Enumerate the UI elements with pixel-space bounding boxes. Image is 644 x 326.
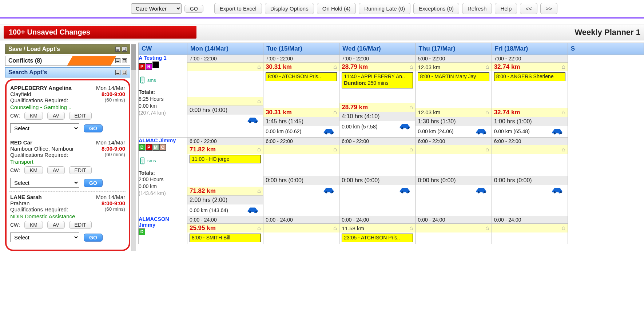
- home-icon: ⌂: [257, 187, 261, 195]
- assign-go-button[interactable]: GO: [84, 179, 103, 187]
- av-button[interactable]: AV: [47, 166, 65, 174]
- day-cell: 7:00 - 22:00⌂⌂0:00 hrs (0:00): [187, 55, 263, 138]
- km-button[interactable]: KM: [24, 166, 43, 174]
- edit-button[interactable]: EDIT: [69, 166, 92, 174]
- appointment-block[interactable]: 11:00 - HO jorge: [190, 155, 261, 164]
- car-icon: [398, 122, 413, 131]
- appointment-card: APPLEBERRY AngelinaMon 14/MarClayfield8:…: [9, 83, 126, 137]
- svg-rect-1: [141, 78, 144, 81]
- km-row-2: 32.74 km⌂: [492, 108, 568, 117]
- shift-hours: 0:00 - 24:00: [416, 216, 491, 224]
- appt-duration: (60 mins): [105, 97, 125, 103]
- appt-client-name: APPLEBERRY Angelina: [10, 85, 72, 91]
- appt-location: Prahran: [10, 200, 29, 206]
- panel-conflicts[interactable]: Conflicts (8): [5, 56, 130, 66]
- display-options-button[interactable]: Display Options: [265, 3, 314, 14]
- cw-select[interactable]: Select: [10, 232, 79, 242]
- home-icon: ⌂: [333, 109, 337, 116]
- svg-point-5: [325, 132, 327, 134]
- cw-select[interactable]: Select: [10, 123, 79, 133]
- appt-duration: (60 mins): [105, 206, 125, 212]
- appointment-block[interactable]: 11:40 - APPLEBERRY An..Duration: 250 min…: [342, 72, 413, 88]
- home-icon: ⌂: [333, 63, 337, 71]
- exceptions-button[interactable]: Exceptions (0): [413, 3, 459, 14]
- panel-save-load[interactable]: Save / Load Appt's: [5, 44, 130, 54]
- appointment-block[interactable]: 8:00 - ANGERS Sherlene: [494, 72, 565, 81]
- day-cell: 0:00 - 24:00⌂: [492, 216, 568, 244]
- cw-label: CW:: [10, 222, 20, 228]
- help-button[interactable]: Help: [495, 3, 517, 14]
- cw-name[interactable]: A Testing 1: [139, 55, 187, 61]
- km-value: 11.58 km: [342, 225, 364, 231]
- go-button[interactable]: GO: [184, 5, 203, 13]
- car-icon: [246, 116, 261, 125]
- on-hold-button[interactable]: On Hold (4): [317, 3, 356, 14]
- svg-point-6: [331, 132, 333, 134]
- window-controls[interactable]: [115, 70, 127, 75]
- sidebar-scrollbar[interactable]: [131, 44, 136, 251]
- km-row: ⌂: [263, 224, 339, 232]
- av-button[interactable]: AV: [47, 112, 65, 120]
- svg-point-17: [255, 211, 257, 213]
- page-header: 100+ Unsaved Changes Weekly Planner 1: [0, 24, 644, 40]
- km-value: 28.79 km: [342, 104, 368, 111]
- home-icon: ⌂: [257, 63, 261, 71]
- window-controls[interactable]: [115, 58, 127, 63]
- running-late-button[interactable]: Running Late (0): [359, 3, 410, 14]
- next-button[interactable]: >>: [540, 3, 558, 14]
- travel-km-row: 0.00 km (60.62): [263, 126, 339, 137]
- svg-point-18: [325, 191, 327, 193]
- assign-go-button[interactable]: GO: [84, 124, 103, 132]
- svg-point-3: [249, 121, 251, 123]
- day-cell: 6:00 - 22:00⌂0:00 hrs (0:00): [339, 137, 416, 216]
- cw-name[interactable]: ALMAC Jimmy: [139, 138, 187, 143]
- svg-point-12: [560, 132, 562, 134]
- av-button[interactable]: AV: [47, 221, 65, 229]
- cw-status-badge: D: [139, 144, 145, 151]
- km-row: ⌂: [339, 145, 415, 154]
- panel-search[interactable]: Search Appt's: [5, 67, 130, 77]
- day-cell: 0:00 - 24:00⌂: [416, 216, 492, 244]
- km-button[interactable]: KM: [24, 112, 43, 120]
- prev-button[interactable]: <<: [520, 3, 537, 14]
- appointment-block[interactable]: 8:00 - SMITH Bill: [190, 234, 261, 242]
- hours-row: 0:00 hrs (0:00): [339, 176, 415, 185]
- appt-client-name: LANE Sarah: [10, 194, 42, 200]
- export-button[interactable]: Export to Excel: [214, 3, 262, 14]
- car-icon: [551, 186, 565, 195]
- home-icon: ⌂: [562, 224, 565, 232]
- planner-grid: CWMon (14/Mar)Tue (15/Mar)Wed (16/Mar)Th…: [138, 43, 644, 244]
- edit-button[interactable]: EDIT: [69, 221, 92, 229]
- cw-status-badge: P: [146, 144, 152, 151]
- km-value: 71.82 km: [190, 187, 216, 195]
- km-button[interactable]: KM: [24, 221, 43, 229]
- day-cell: 6:00 - 22:00⌂0:00 hrs (0:00): [263, 137, 339, 216]
- home-icon: ⌂: [562, 109, 565, 116]
- cw-status-badge: M: [152, 144, 159, 151]
- day-cell: 0:00 - 24:00⌂: [263, 216, 339, 244]
- cw-name[interactable]: ALMACSON Jimmy: [139, 216, 187, 228]
- svg-point-16: [249, 211, 251, 213]
- hours-row: 0:00 hrs (0:00): [416, 176, 491, 185]
- km-value: 12.03 km: [418, 64, 440, 70]
- km-row-2: 71.82 km⌂: [187, 187, 263, 195]
- edit-button[interactable]: EDIT: [69, 112, 92, 120]
- window-controls[interactable]: [115, 47, 127, 52]
- appointment-block[interactable]: 8:00 - MARTIN Mary Jay: [418, 72, 489, 81]
- col-day: Mon (14/Mar): [187, 43, 263, 55]
- filter-select[interactable]: Care Worker: [131, 3, 182, 14]
- refresh-button[interactable]: Refresh: [462, 3, 492, 14]
- travel-km-row: 0.00 km (143.64): [187, 204, 263, 216]
- shift-hours: 0:00 - 24:00: [492, 216, 568, 224]
- assign-go-button[interactable]: GO: [84, 234, 103, 242]
- sms-link[interactable]: sms: [139, 157, 187, 164]
- shift-hours: 7:00 - 22:00: [263, 55, 339, 63]
- appointment-block[interactable]: 8:00 - ATCHISON Pris..: [266, 72, 337, 81]
- unsaved-banner: 100+ Unsaved Changes: [4, 26, 196, 39]
- hours-row: 1:00 hrs (1:00): [492, 117, 568, 126]
- day-cell: 7:00 - 22:0032.74 km⌂8:00 - ANGERS Sherl…: [492, 55, 568, 138]
- appointment-block[interactable]: 23:05 - ATCHISON Pris..: [342, 234, 413, 242]
- sms-link[interactable]: sms: [139, 76, 187, 84]
- cw-select[interactable]: Select: [10, 178, 79, 188]
- cw-status-badge: [152, 61, 159, 68]
